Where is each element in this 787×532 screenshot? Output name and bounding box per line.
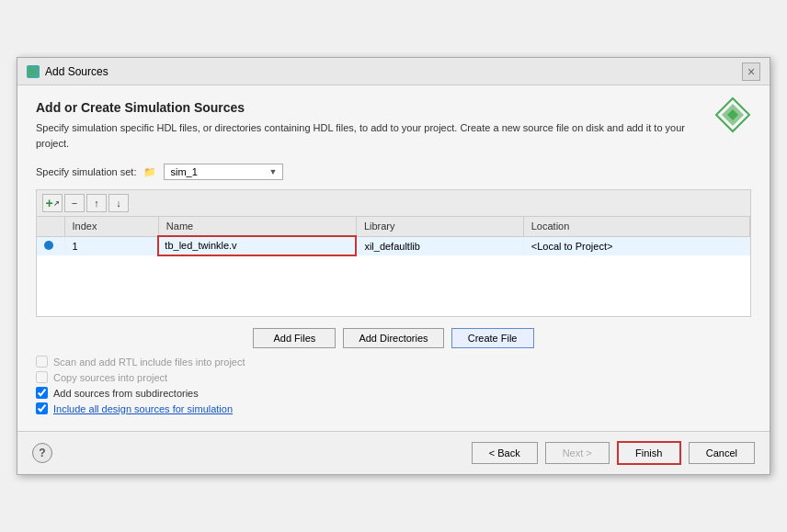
add-subdirs-label: Add sources from subdirectories <box>53 388 199 399</box>
col-location-header: Location <box>523 217 749 236</box>
row-name: tb_led_twinkle.v <box>158 236 356 255</box>
footer-left: ? <box>32 443 52 463</box>
add-icon: + <box>45 196 52 210</box>
add-file-btn[interactable]: + ↗ <box>42 194 63 212</box>
file-toolbar: + ↗ − ↑ ↓ <box>36 189 751 216</box>
add-directories-button[interactable]: Add Directories <box>343 328 443 348</box>
col-indicator-header <box>37 217 64 236</box>
option-scan-rtl: Scan and add RTL include files into proj… <box>36 356 751 368</box>
sim-set-label: Specify simulation set: <box>36 166 136 177</box>
file-table-container: Index Name Library Location 1 tb_led_twi… <box>36 216 751 317</box>
finish-button[interactable]: Finish <box>617 441 681 465</box>
sim-set-arrow: ▼ <box>269 167 278 176</box>
option-include-design: Include all design sources for simulatio… <box>36 402 751 414</box>
dialog-body: Add or Create Simulation Sources Specify… <box>17 85 770 431</box>
footer-right: < Back Next > Finish Cancel <box>472 441 755 465</box>
option-add-subdirs: Add sources from subdirectories <box>36 387 751 399</box>
up-icon: ↑ <box>94 198 99 209</box>
row-library: xil_defaultlib <box>356 236 523 255</box>
add-sources-icon <box>27 65 40 78</box>
add-subdirs-checkbox[interactable] <box>36 387 48 399</box>
header-area: Add or Create Simulation Sources Specify… <box>36 100 751 164</box>
dialog-footer: ? < Back Next > Finish Cancel <box>17 431 770 474</box>
table-row[interactable]: 1 tb_led_twinkle.v xil_defaultlib <Local… <box>37 236 750 255</box>
add-subscript: ↗ <box>53 199 60 208</box>
remove-file-btn[interactable]: − <box>64 194 85 212</box>
row-location: <Local to Project> <box>523 236 749 255</box>
file-table: Index Name Library Location 1 tb_led_twi… <box>37 217 750 256</box>
title-bar: Add Sources × <box>17 58 770 85</box>
svg-marker-0 <box>29 68 37 75</box>
sim-set-dropdown[interactable]: sim_1 ▼ <box>164 164 283 180</box>
dialog-header-title: Add or Create Simulation Sources <box>36 100 714 115</box>
row-index: 1 <box>64 236 158 255</box>
copy-sources-label: Copy sources into project <box>53 372 167 383</box>
add-sources-dialog: Add Sources × Add or Create Simulation S… <box>17 57 770 475</box>
include-design-checkbox[interactable] <box>36 402 48 414</box>
cancel-button[interactable]: Cancel <box>689 442 755 464</box>
options-section: Scan and add RTL include files into proj… <box>36 356 751 414</box>
remove-icon: − <box>72 198 77 209</box>
scan-rtl-checkbox[interactable] <box>36 356 48 368</box>
title-bar-left: Add Sources <box>27 65 108 78</box>
down-icon: ↓ <box>116 198 121 209</box>
header-text: Add or Create Simulation Sources Specify… <box>36 100 714 164</box>
status-dot <box>44 241 53 250</box>
sim-set-folder-icon: 📁 <box>143 166 156 178</box>
move-down-btn[interactable]: ↓ <box>108 194 129 212</box>
close-button[interactable]: × <box>742 62 760 81</box>
back-button[interactable]: < Back <box>472 442 538 464</box>
col-library-header: Library <box>356 217 523 236</box>
sim-set-value: sim_1 <box>170 166 197 177</box>
sim-set-row: Specify simulation set: 📁 sim_1 ▼ <box>36 164 751 180</box>
create-file-button[interactable]: Create File <box>451 328 534 348</box>
row-indicator <box>37 236 64 255</box>
dialog-title: Add Sources <box>45 65 108 78</box>
dialog-description: Specify simulation specific HDL files, o… <box>36 120 714 151</box>
action-buttons: Add Files Add Directories Create File <box>36 328 751 348</box>
include-design-label[interactable]: Include all design sources for simulatio… <box>53 403 233 414</box>
move-up-btn[interactable]: ↑ <box>86 194 107 212</box>
scan-rtl-label: Scan and add RTL include files into proj… <box>53 357 245 368</box>
next-button[interactable]: Next > <box>545 442 610 464</box>
copy-sources-checkbox[interactable] <box>36 371 48 383</box>
col-name-header: Name <box>158 217 356 236</box>
col-index-header: Index <box>64 217 158 236</box>
option-copy-sources: Copy sources into project <box>36 371 751 383</box>
add-files-button[interactable]: Add Files <box>253 328 336 348</box>
vivado-logo <box>714 96 751 133</box>
help-button[interactable]: ? <box>32 443 52 463</box>
